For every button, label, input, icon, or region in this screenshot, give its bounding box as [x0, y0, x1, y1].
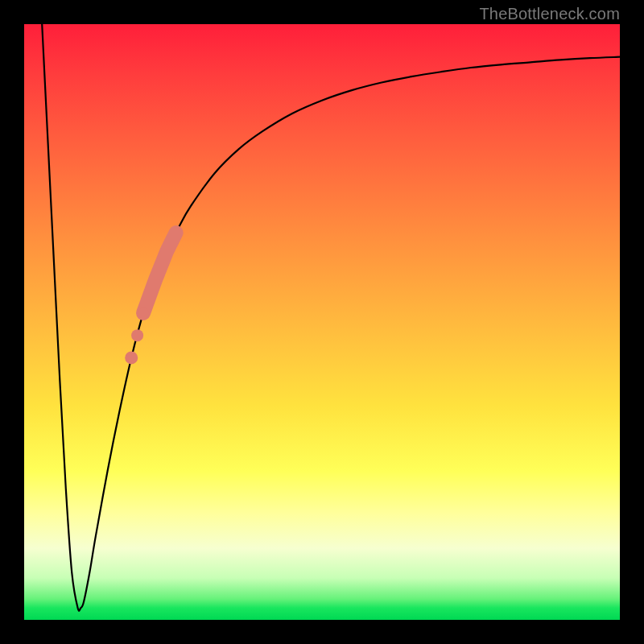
highlight-dot [125, 351, 138, 364]
attribution-label: TheBottleneck.com [479, 5, 620, 23]
curve-svg [24, 24, 620, 620]
chart-frame: TheBottleneck.com [0, 0, 644, 644]
plot-area [24, 24, 620, 620]
bottleneck-curve [42, 24, 620, 611]
highlight-dot [138, 308, 149, 319]
highlight-dot [131, 329, 143, 341]
highlight-segment [143, 233, 176, 313]
